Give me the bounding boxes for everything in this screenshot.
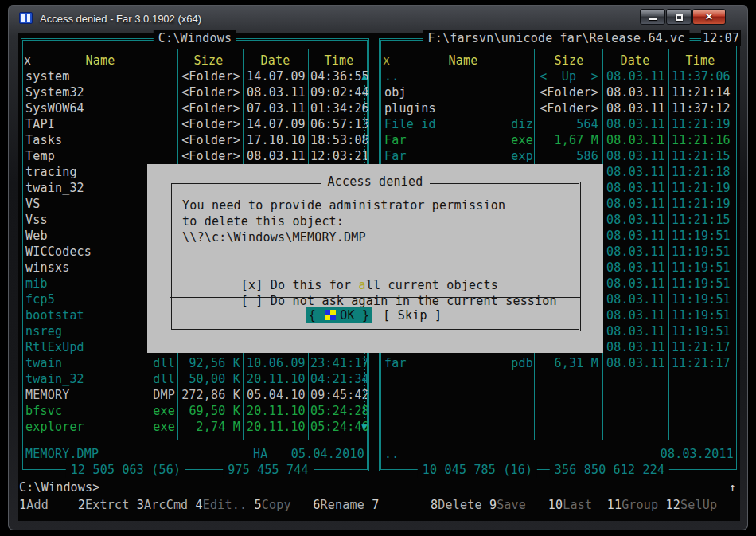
right-sort-mark: x (383, 53, 390, 68)
dialog-object-path: \\?\c:\Windows\MEMORY.DMP (182, 229, 366, 245)
fkey-label: Extrct (85, 498, 129, 512)
checkbox-label: Do not ask again in the current session (263, 294, 557, 308)
fkey-number: 6 (313, 498, 320, 512)
left-status-date: 05.04.2010 (285, 446, 364, 462)
left-column-date[interactable]: Date (261, 53, 290, 68)
left-column-size[interactable]: Size (194, 53, 224, 68)
command-line[interactable]: C:\Windows> (19, 479, 100, 495)
file-row[interactable]: obj<Folder>08.03.1111:21:14 (18, 84, 740, 100)
right-column-name[interactable]: Name (449, 53, 478, 68)
file-row[interactable]: Farexp58608.03.1111:21:15 (18, 148, 740, 164)
right-panel-path[interactable]: F:\farsvn\unicode_far\Release.64.vc (423, 30, 689, 46)
fkey-1-add[interactable]: 1Add (19, 498, 78, 512)
file-time: 11:21:18 (672, 164, 731, 180)
window-title: Access denied - Far 3.0.1902 (x64) (40, 11, 201, 27)
fkey-number: 2 (78, 498, 85, 512)
fkey-number: 12 (666, 498, 680, 512)
left-panel-path[interactable]: C:\Windows (154, 30, 236, 46)
file-size: 69,50 K (153, 403, 240, 419)
file-name: plugins (384, 100, 436, 116)
fkey-7[interactable]: 7 (372, 498, 431, 512)
ok-button[interactable]: { OK } (306, 307, 372, 323)
close-button[interactable]: ✕ (692, 9, 726, 25)
file-time: 11:21:15 (672, 148, 731, 164)
dialog-title: Access denied (321, 174, 430, 190)
file-name: far (384, 355, 407, 371)
fkey-9-save[interactable]: 9Save (489, 498, 548, 512)
right-column-date[interactable]: Date (621, 53, 650, 68)
left-status-file: MEMORY.DMP (25, 446, 99, 462)
file-row[interactable]: twain_32dll50,00 K20.11.1004:21:34 (18, 371, 740, 387)
fkey-2-extrct[interactable]: 2Extrct (78, 498, 137, 512)
left-status-attrs: HA (253, 446, 267, 462)
file-date: 08.03.11 (606, 307, 665, 323)
file-row[interactable]: MEMORYDMP272,86 K05.04.1009:45:42 (18, 387, 740, 403)
ok-button-label: OK (340, 308, 354, 323)
file-time: 11:19:51 (672, 260, 731, 276)
checkbox-all-current-objects[interactable]: [x] Do this for all current objects (182, 261, 498, 277)
file-row[interactable]: farpdb6,31 M08.03.1111:21:17 (18, 355, 740, 371)
fkey-6-rename[interactable]: 6Rename (313, 498, 372, 512)
fkey-8-delete[interactable]: 8Delete (431, 498, 489, 512)
fkey-3-arccmd[interactable]: 3ArcCmd (137, 498, 196, 512)
file-date: 08.03.11 (606, 84, 665, 100)
file-date: 08.03.11 (606, 116, 665, 132)
file-date: 20.11.10 (247, 403, 306, 419)
file-time: 04:21:34 (310, 371, 369, 387)
fkey-label: Add (26, 498, 49, 512)
skip-button[interactable]: [ Skip ] (380, 307, 445, 323)
close-icon: ✕ (693, 11, 725, 22)
fkey-label: Copy (262, 498, 291, 512)
clock: 12:07 (701, 30, 741, 46)
file-row[interactable]: explorerexe2,74 M20.11.1005:24:46 (18, 419, 740, 435)
fkey-4-edit[interactable]: 4Edit.. (196, 498, 255, 512)
right-column-size[interactable]: Size (555, 53, 584, 68)
file-row[interactable]: plugins<Folder>08.03.1111:37:12 (18, 100, 740, 116)
dialog-separator (170, 297, 581, 298)
scroll-up-icon[interactable]: ▲ (359, 68, 370, 84)
minimize-button[interactable] (640, 9, 665, 25)
dialog-message-line1: You need to provide administrator permis… (182, 198, 505, 213)
file-row[interactable]: File_iddiz56408.03.1111:21:19 (18, 116, 740, 132)
file-time: 11:19:51 (672, 307, 731, 323)
file-time: 11:19:51 (672, 228, 731, 244)
file-date: 08.03.11 (606, 164, 665, 180)
file-date: 08.03.11 (606, 323, 665, 339)
file-size: 50,00 K (153, 371, 240, 387)
fkey-5-copy[interactable]: 5Copy (254, 498, 313, 512)
fkey-12-selup[interactable]: 12SelUp (666, 498, 718, 512)
right-column-time[interactable]: Time (686, 53, 715, 68)
scroll-down-icon[interactable]: ▼ (359, 419, 370, 435)
file-size: < Up > (511, 68, 598, 84)
file-time: 11:37:06 (672, 68, 731, 84)
file-date: 08.03.11 (606, 196, 665, 212)
titlebar[interactable]: Access denied - Far 3.0.1902 (x64) ✕ (8, 5, 748, 33)
file-row[interactable]: ..< Up >08.03.1111:37:06 (18, 68, 740, 84)
left-column-name[interactable]: Name (86, 53, 115, 68)
file-time: 11:21:19 (672, 180, 731, 196)
file-date: 08.03.11 (606, 212, 665, 228)
file-date: 08.03.11 (606, 276, 665, 291)
file-name: .. (384, 68, 399, 84)
checkbox-do-not-ask-again[interactable]: [ ] Do not ask again in the current sess… (182, 277, 557, 293)
file-row[interactable]: Farexe1,67 M08.03.1111:21:16 (18, 132, 740, 148)
file-name: Far (384, 148, 407, 164)
file-time: 11:21:16 (672, 132, 731, 148)
maximize-button[interactable] (666, 9, 692, 25)
file-time: 11:21:15 (672, 212, 731, 228)
fkey-label: Delete (438, 498, 481, 512)
left-column-time[interactable]: Time (325, 53, 354, 68)
fkey-label: Last (563, 498, 592, 512)
file-date: 20.11.10 (247, 371, 306, 387)
file-date: 08.03.11 (606, 355, 665, 371)
fkey-11-group[interactable]: 11Group (607, 498, 666, 512)
function-key-bar: 1Add 2Extrct 3ArcCmd 4Edit.. 5Copy 6Rena… (19, 497, 717, 513)
fkey-10-last[interactable]: 10Last (548, 498, 607, 512)
dialog-buttons: { OK } [ Skip ] (147, 307, 603, 323)
file-date: 05.04.10 (247, 387, 306, 403)
file-size: 564 (511, 116, 598, 132)
far-app-icon (19, 12, 33, 24)
file-name: Far (384, 132, 407, 148)
history-up-icon[interactable]: ↑ (729, 479, 736, 495)
file-row[interactable]: bfsvcexe69,50 K20.11.1005:24:28 (18, 403, 740, 419)
